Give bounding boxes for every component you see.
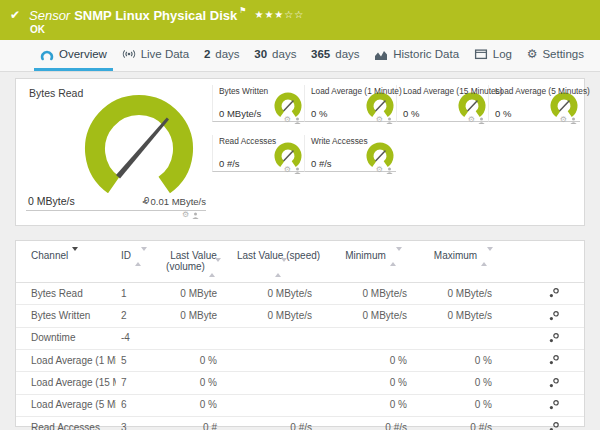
gauge-scale-max: < 0.01 MByte/s <box>142 196 206 207</box>
status-badge: OK <box>30 24 45 35</box>
last-value-volume: 0 % <box>156 372 231 394</box>
channel-id: 2 <box>116 305 156 327</box>
mini-gauge-load-average-5-minutes: Load Average (5 Minutes) 0 % ⚙ <box>488 85 580 122</box>
table-row: Load Average (5 Min... 6 0 % 0 % 0 % <box>16 394 584 416</box>
column-header-channel[interactable]: Channel <box>16 241 116 282</box>
gauge-label: Load Average (1 Minute) <box>311 86 402 96</box>
tab-label: days <box>215 48 239 60</box>
last-value-volume <box>156 327 231 349</box>
tab-30-days[interactable]: 30 days <box>248 40 302 71</box>
last-value-volume: 0 MByte <box>156 282 231 304</box>
sort-icon <box>390 251 402 262</box>
last-value-speed: 0 MByte/s <box>231 305 326 327</box>
edit-cell <box>506 394 584 416</box>
channel-gear-icon[interactable]: ⚙ <box>284 116 291 124</box>
sort-icon <box>275 262 287 273</box>
channel-id: -4 <box>116 327 156 349</box>
tab-number: 2 <box>204 48 210 60</box>
gauge-label: Read Accesses <box>219 136 276 146</box>
channel-settings-icon[interactable] <box>548 332 560 344</box>
gauge-current-value: 0 #/s <box>311 158 332 169</box>
gauge-current-value: 0 MByte/s <box>219 108 261 119</box>
last-value-speed <box>231 327 326 349</box>
last-value-volume: 0 % <box>156 349 231 371</box>
last-value-speed: 0 #/s <box>231 417 326 430</box>
maximum-value <box>421 327 506 349</box>
edit-cell <box>506 417 584 430</box>
gauge-dial <box>84 94 194 204</box>
gauge-label: Load Average (5 Minutes) <box>495 86 590 96</box>
minimum-value: 0 MByte/s <box>326 282 421 304</box>
channel-id: 5 <box>116 349 156 371</box>
sort-icon <box>481 251 493 262</box>
tab-bar: Overview Live Data 2 days 30 days 365 da… <box>0 40 600 72</box>
gauge-label: Write Accesses <box>311 136 368 146</box>
edit-cell <box>506 282 584 304</box>
tab-live-data[interactable]: Live Data <box>116 40 196 71</box>
channel-settings-icon[interactable] <box>548 377 560 389</box>
last-value-speed <box>231 394 326 416</box>
channel-settings-icon[interactable] <box>548 287 560 299</box>
table-row: Load Average (1 Min... 5 0 % 0 % 0 % <box>16 349 584 371</box>
chart-icon <box>374 48 388 61</box>
tab-label: Historic Data <box>393 48 459 60</box>
edit-cell <box>506 372 584 394</box>
tab-2-days[interactable]: 2 days <box>198 40 246 71</box>
channel-gear-icon[interactable]: ⚙ <box>376 166 383 174</box>
channel-gear-icon[interactable]: ⚙ <box>376 116 383 124</box>
mini-gauge-write-accesses: Write Accesses 0 #/s ⚙ <box>304 135 396 172</box>
person-icon[interactable] <box>294 117 301 124</box>
maximum-value: 0 #/s <box>421 417 506 430</box>
channel-table-body: Bytes Read 1 0 MByte 0 MByte/s 0 MByte/s… <box>16 282 584 430</box>
maximum-value: 0 % <box>421 372 506 394</box>
gauge-icon <box>40 48 54 61</box>
tab-historic-data[interactable]: Historic Data <box>368 40 465 71</box>
column-header-actions <box>506 241 584 282</box>
person-icon[interactable] <box>570 117 577 124</box>
person-icon[interactable] <box>386 117 393 124</box>
person-icon[interactable] <box>294 167 301 174</box>
channel-settings-icon[interactable] <box>548 310 560 322</box>
last-value-speed <box>231 372 326 394</box>
signal-icon <box>122 48 136 60</box>
sort-icon <box>209 262 221 273</box>
person-icon[interactable] <box>192 212 199 219</box>
priority-stars[interactable]: ★★★☆☆ <box>254 9 304 20</box>
channel-name: Bytes Written <box>16 305 116 327</box>
channel-settings-icon[interactable] <box>548 399 560 411</box>
channel-name: Load Average (5 Min... <box>16 394 116 416</box>
channel-gear-icon[interactable]: ⚙ <box>560 116 567 124</box>
gauge-current-value: 0 MByte/s <box>28 195 75 207</box>
mini-gauge-load-average-15-minutes: Load Average (15 Minutes) 0 % ⚙ <box>396 85 488 122</box>
tab-365-days[interactable]: 365 days <box>305 40 365 71</box>
tab-overview[interactable]: Overview <box>34 40 113 71</box>
maximum-value: 0 % <box>421 394 506 416</box>
flag-icon[interactable]: ⚑ <box>239 6 246 15</box>
status-check-icon: ✔ <box>10 8 20 22</box>
sensor-kind-label: Sensor <box>29 8 70 23</box>
tab-label: days <box>272 48 296 60</box>
person-icon[interactable] <box>386 167 393 174</box>
person-icon[interactable] <box>478 117 485 124</box>
channel-settings-icon[interactable] <box>548 421 560 430</box>
channel-name: Bytes Read <box>16 282 116 304</box>
sort-desc-icon <box>72 251 78 262</box>
column-header-last-value-speed[interactable]: Last Value (speed) <box>231 241 326 282</box>
tab-settings[interactable]: ⚙ Settings <box>521 40 590 71</box>
channel-gear-icon[interactable]: ⚙ <box>468 116 475 124</box>
channel-gear-icon[interactable]: ⚙ <box>182 211 189 219</box>
edit-cell <box>506 305 584 327</box>
column-header-id[interactable]: ID <box>116 241 156 282</box>
table-row: Load Average (15 Mi... 7 0 % 0 % 0 % <box>16 372 584 394</box>
column-header-minimum[interactable]: Minimum <box>326 241 421 282</box>
tab-log[interactable]: Log <box>468 40 518 71</box>
channel-gear-icon[interactable]: ⚙ <box>284 166 291 174</box>
column-header-maximum[interactable]: Maximum <box>421 241 506 282</box>
column-header-last-value-volume[interactable]: Last Value (volume) <box>156 241 231 282</box>
tab-label: Overview <box>59 48 107 60</box>
edit-cell <box>506 349 584 371</box>
sort-icon <box>135 251 147 262</box>
channel-settings-icon[interactable] <box>548 354 560 366</box>
gauge-current-value: 0 % <box>403 108 419 119</box>
tab-label: Log <box>493 48 512 60</box>
